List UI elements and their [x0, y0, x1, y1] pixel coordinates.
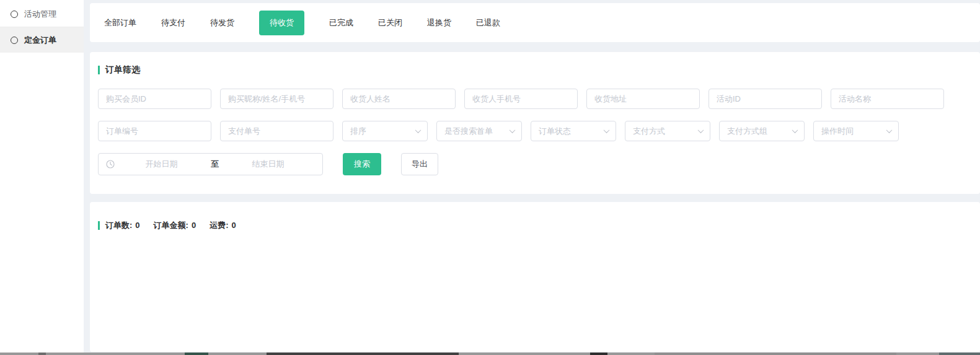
order-filter-panel: 订单筛选 排序 是否搜索首单 订单状态 — [90, 52, 980, 194]
payment-number-input[interactable] — [220, 121, 333, 141]
edge-segment — [267, 353, 459, 355]
order-count-label: 订单数: — [105, 221, 132, 230]
start-date-input[interactable]: 开始日期 — [115, 159, 208, 170]
order-count-value: 0 — [135, 221, 139, 230]
order-amount-label: 订单金额: — [154, 221, 188, 230]
shipping-fee-value: 0 — [232, 221, 236, 230]
circle-icon — [11, 11, 18, 18]
tab-refunded[interactable]: 已退款 — [476, 17, 500, 28]
search-button[interactable]: 搜索 — [343, 153, 381, 175]
first-order-search-select[interactable]: 是否搜索首单 — [436, 121, 522, 141]
chevron-down-icon — [698, 127, 704, 133]
sidebar-item-activity-management[interactable]: 活动管理 — [0, 1, 84, 27]
recipient-phone-input[interactable] — [464, 89, 578, 109]
sidebar: 活动管理 定金订单 — [0, 0, 84, 355]
circle-icon — [11, 37, 18, 44]
shipping-fee-stat: 运费:0 — [210, 220, 236, 231]
chevron-down-icon — [604, 127, 610, 133]
payment-method-select[interactable]: 支付方式 — [625, 121, 710, 141]
filter-section-title: 订单筛选 — [98, 64, 968, 76]
edge-segment — [38, 353, 46, 355]
screen-bottom-edge-artifact — [0, 353, 980, 355]
order-status-tabs: 全部订单 待支付 待发货 待收货 已完成 已关闭 退换货 已退款 — [90, 3, 980, 42]
chevron-down-icon — [510, 127, 516, 133]
end-date-input[interactable]: 结束日期 — [221, 159, 315, 170]
order-stats-panel: 订单数:0 订单金额:0 运费:0 — [90, 202, 980, 352]
filter-row-3: 开始日期 至 结束日期 搜索 导出 — [98, 153, 968, 175]
sidebar-item-label: 活动管理 — [24, 9, 56, 20]
order-count-stat: 订单数:0 — [105, 220, 140, 231]
buyer-nickname-input[interactable] — [220, 89, 333, 109]
sidebar-item-label: 定金订单 — [24, 35, 56, 46]
operation-time-select[interactable]: 操作时间 — [813, 121, 899, 141]
select-placeholder: 支付方式组 — [727, 126, 767, 137]
tab-all-orders[interactable]: 全部订单 — [104, 17, 136, 28]
edge-segment — [590, 353, 607, 355]
payment-method-group-select[interactable]: 支付方式组 — [719, 121, 805, 141]
tab-pending-shipment[interactable]: 待发货 — [210, 17, 234, 28]
recipient-name-input[interactable] — [342, 89, 456, 109]
select-placeholder: 排序 — [350, 126, 366, 137]
edge-segment — [185, 353, 208, 355]
order-amount-stat: 订单金额:0 — [154, 220, 196, 231]
edge-segment — [655, 353, 896, 355]
date-range-separator: 至 — [208, 159, 221, 170]
stats-summary-line: 订单数:0 订单金额:0 运费:0 — [98, 220, 968, 231]
sort-select[interactable]: 排序 — [342, 121, 428, 141]
edge-segment — [939, 353, 980, 355]
chevron-down-icon — [886, 127, 893, 133]
filter-row-2: 排序 是否搜索首单 订单状态 支付方式 支付方式组 操作时间 — [98, 121, 968, 141]
activity-name-input[interactable] — [831, 89, 944, 109]
tab-pending-payment[interactable]: 待支付 — [161, 17, 185, 28]
filter-title-text: 订单筛选 — [105, 64, 140, 76]
title-accent-bar — [98, 66, 100, 74]
select-placeholder: 支付方式 — [633, 126, 665, 137]
export-button[interactable]: 导出 — [401, 153, 438, 175]
date-range-picker[interactable]: 开始日期 至 结束日期 — [98, 153, 323, 175]
order-number-input[interactable] — [98, 121, 211, 141]
filter-row-1 — [98, 89, 968, 109]
select-placeholder: 是否搜索首单 — [444, 126, 493, 137]
chevron-down-icon — [415, 127, 422, 133]
tab-pending-receipt[interactable]: 待收货 — [259, 11, 304, 35]
shipping-fee-label: 运费: — [210, 221, 228, 230]
tab-completed[interactable]: 已完成 — [329, 17, 353, 28]
main-content: 全部订单 待支付 待发货 待收货 已完成 已关闭 退换货 已退款 订单筛选 — [90, 0, 980, 352]
tab-returns[interactable]: 退换货 — [427, 17, 451, 28]
order-amount-value: 0 — [192, 221, 196, 230]
select-placeholder: 订单状态 — [539, 126, 571, 137]
sidebar-item-deposit-orders[interactable]: 定金订单 — [0, 27, 84, 53]
order-status-select[interactable]: 订单状态 — [531, 121, 616, 141]
buyer-member-id-input[interactable] — [98, 89, 211, 109]
title-accent-bar — [98, 221, 100, 230]
activity-id-input[interactable] — [709, 89, 822, 109]
tab-closed[interactable]: 已关闭 — [378, 17, 402, 28]
select-placeholder: 操作时间 — [821, 126, 854, 137]
chevron-down-icon — [792, 127, 798, 133]
delivery-address-input[interactable] — [586, 89, 700, 109]
clock-icon — [106, 160, 115, 169]
